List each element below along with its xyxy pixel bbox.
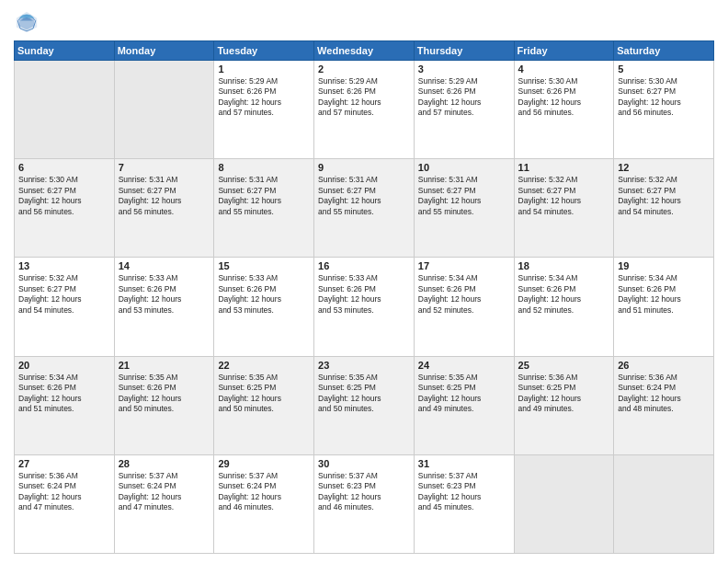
cell-info: Sunrise: 5:33 AM Sunset: 6:26 PM Dayligh…	[218, 273, 310, 316]
cell-info: Sunrise: 5:35 AM Sunset: 6:25 PM Dayligh…	[318, 373, 410, 415]
cell-info: Sunrise: 5:29 AM Sunset: 6:26 PM Dayligh…	[318, 76, 410, 119]
day-number: 6	[18, 162, 110, 173]
calendar-cell: 29Sunrise: 5:37 AM Sunset: 6:24 PM Dayli…	[214, 454, 314, 553]
day-number: 8	[218, 162, 310, 173]
calendar-cell: 30Sunrise: 5:37 AM Sunset: 6:23 PM Dayli…	[314, 454, 415, 553]
cell-info: Sunrise: 5:35 AM Sunset: 6:25 PM Dayligh…	[418, 373, 510, 415]
day-number: 28	[119, 458, 210, 469]
cell-info: Sunrise: 5:30 AM Sunset: 6:27 PM Dayligh…	[618, 76, 710, 119]
week-row-2: 6Sunrise: 5:30 AM Sunset: 6:27 PM Daylig…	[15, 159, 714, 258]
calendar-cell	[114, 61, 214, 159]
calendar-cell: 14Sunrise: 5:33 AM Sunset: 6:26 PM Dayli…	[114, 258, 214, 356]
cell-info: Sunrise: 5:36 AM Sunset: 6:24 PM Dayligh…	[618, 373, 710, 415]
page: SundayMondayTuesdayWednesdayThursdayFrid…	[0, 0, 728, 563]
week-row-4: 20Sunrise: 5:34 AM Sunset: 6:26 PM Dayli…	[15, 356, 714, 454]
day-number: 27	[18, 458, 110, 469]
day-number: 29	[218, 458, 310, 469]
day-number: 12	[618, 162, 710, 173]
week-row-5: 27Sunrise: 5:36 AM Sunset: 6:24 PM Dayli…	[15, 454, 714, 553]
weekday-header-row: SundayMondayTuesdayWednesdayThursdayFrid…	[15, 41, 714, 61]
calendar-cell: 7Sunrise: 5:31 AM Sunset: 6:27 PM Daylig…	[114, 159, 214, 258]
day-number: 30	[318, 458, 410, 469]
day-number: 5	[618, 63, 710, 75]
calendar-cell: 24Sunrise: 5:35 AM Sunset: 6:25 PM Dayli…	[414, 356, 514, 454]
calendar-cell: 28Sunrise: 5:37 AM Sunset: 6:24 PM Dayli…	[114, 454, 214, 553]
calendar-cell: 1Sunrise: 5:29 AM Sunset: 6:26 PM Daylig…	[214, 61, 314, 159]
logo-icon	[14, 9, 40, 35]
calendar-cell: 6Sunrise: 5:30 AM Sunset: 6:27 PM Daylig…	[15, 159, 115, 258]
weekday-header-tuesday: Tuesday	[214, 41, 314, 61]
weekday-header-sunday: Sunday	[15, 41, 115, 61]
weekday-header-monday: Monday	[114, 41, 214, 61]
day-number: 21	[119, 360, 210, 371]
calendar-cell: 21Sunrise: 5:35 AM Sunset: 6:26 PM Dayli…	[114, 356, 214, 454]
header	[14, 9, 714, 35]
cell-info: Sunrise: 5:37 AM Sunset: 6:24 PM Dayligh…	[119, 471, 210, 513]
cell-info: Sunrise: 5:35 AM Sunset: 6:26 PM Dayligh…	[119, 373, 210, 415]
calendar-cell: 11Sunrise: 5:32 AM Sunset: 6:27 PM Dayli…	[514, 159, 614, 258]
day-number: 11	[518, 162, 610, 173]
cell-info: Sunrise: 5:34 AM Sunset: 6:26 PM Dayligh…	[618, 273, 710, 316]
cell-info: Sunrise: 5:31 AM Sunset: 6:27 PM Dayligh…	[119, 175, 210, 217]
calendar-cell	[15, 61, 115, 159]
cell-info: Sunrise: 5:34 AM Sunset: 6:26 PM Dayligh…	[18, 373, 110, 415]
week-row-1: 1Sunrise: 5:29 AM Sunset: 6:26 PM Daylig…	[15, 61, 714, 159]
calendar-cell	[514, 454, 614, 553]
day-number: 26	[618, 360, 710, 371]
weekday-header-wednesday: Wednesday	[314, 41, 415, 61]
day-number: 3	[418, 63, 510, 75]
calendar-cell	[614, 454, 714, 553]
day-number: 9	[318, 162, 410, 173]
cell-info: Sunrise: 5:35 AM Sunset: 6:25 PM Dayligh…	[218, 373, 310, 415]
calendar-cell: 18Sunrise: 5:34 AM Sunset: 6:26 PM Dayli…	[514, 258, 614, 356]
day-number: 16	[318, 260, 410, 271]
day-number: 19	[618, 260, 710, 271]
day-number: 24	[418, 360, 510, 371]
calendar-cell: 12Sunrise: 5:32 AM Sunset: 6:27 PM Dayli…	[614, 159, 714, 258]
calendar-cell: 27Sunrise: 5:36 AM Sunset: 6:24 PM Dayli…	[15, 454, 115, 553]
logo	[14, 9, 43, 35]
calendar-cell: 4Sunrise: 5:30 AM Sunset: 6:26 PM Daylig…	[514, 61, 614, 159]
cell-info: Sunrise: 5:31 AM Sunset: 6:27 PM Dayligh…	[418, 175, 510, 217]
cell-info: Sunrise: 5:29 AM Sunset: 6:26 PM Dayligh…	[418, 76, 510, 119]
cell-info: Sunrise: 5:31 AM Sunset: 6:27 PM Dayligh…	[318, 175, 410, 217]
calendar-cell: 9Sunrise: 5:31 AM Sunset: 6:27 PM Daylig…	[314, 159, 415, 258]
calendar-cell: 26Sunrise: 5:36 AM Sunset: 6:24 PM Dayli…	[614, 356, 714, 454]
weekday-header-thursday: Thursday	[414, 41, 514, 61]
day-number: 7	[119, 162, 210, 173]
calendar-cell: 31Sunrise: 5:37 AM Sunset: 6:23 PM Dayli…	[414, 454, 514, 553]
weekday-header-saturday: Saturday	[614, 41, 714, 61]
cell-info: Sunrise: 5:30 AM Sunset: 6:27 PM Dayligh…	[18, 175, 110, 217]
day-number: 1	[218, 63, 310, 75]
calendar-cell: 16Sunrise: 5:33 AM Sunset: 6:26 PM Dayli…	[314, 258, 415, 356]
calendar-cell: 2Sunrise: 5:29 AM Sunset: 6:26 PM Daylig…	[314, 61, 415, 159]
calendar-cell: 20Sunrise: 5:34 AM Sunset: 6:26 PM Dayli…	[15, 356, 115, 454]
day-number: 31	[418, 458, 510, 469]
calendar-cell: 3Sunrise: 5:29 AM Sunset: 6:26 PM Daylig…	[414, 61, 514, 159]
calendar-cell: 22Sunrise: 5:35 AM Sunset: 6:25 PM Dayli…	[214, 356, 314, 454]
cell-info: Sunrise: 5:33 AM Sunset: 6:26 PM Dayligh…	[119, 273, 210, 316]
cell-info: Sunrise: 5:32 AM Sunset: 6:27 PM Dayligh…	[18, 273, 110, 316]
cell-info: Sunrise: 5:34 AM Sunset: 6:26 PM Dayligh…	[418, 273, 510, 316]
calendar-cell: 13Sunrise: 5:32 AM Sunset: 6:27 PM Dayli…	[15, 258, 115, 356]
calendar-cell: 8Sunrise: 5:31 AM Sunset: 6:27 PM Daylig…	[214, 159, 314, 258]
day-number: 10	[418, 162, 510, 173]
cell-info: Sunrise: 5:31 AM Sunset: 6:27 PM Dayligh…	[218, 175, 310, 217]
week-row-3: 13Sunrise: 5:32 AM Sunset: 6:27 PM Dayli…	[15, 258, 714, 356]
cell-info: Sunrise: 5:37 AM Sunset: 6:23 PM Dayligh…	[318, 471, 410, 513]
calendar-cell: 10Sunrise: 5:31 AM Sunset: 6:27 PM Dayli…	[414, 159, 514, 258]
day-number: 25	[518, 360, 610, 371]
day-number: 14	[119, 260, 210, 271]
day-number: 17	[418, 260, 510, 271]
day-number: 2	[318, 63, 410, 75]
calendar-cell: 23Sunrise: 5:35 AM Sunset: 6:25 PM Dayli…	[314, 356, 415, 454]
day-number: 22	[218, 360, 310, 371]
cell-info: Sunrise: 5:37 AM Sunset: 6:24 PM Dayligh…	[218, 471, 310, 513]
cell-info: Sunrise: 5:36 AM Sunset: 6:24 PM Dayligh…	[18, 471, 110, 513]
cell-info: Sunrise: 5:32 AM Sunset: 6:27 PM Dayligh…	[518, 175, 610, 217]
calendar-cell: 25Sunrise: 5:36 AM Sunset: 6:25 PM Dayli…	[514, 356, 614, 454]
calendar-cell: 17Sunrise: 5:34 AM Sunset: 6:26 PM Dayli…	[414, 258, 514, 356]
cell-info: Sunrise: 5:36 AM Sunset: 6:25 PM Dayligh…	[518, 373, 610, 415]
day-number: 18	[518, 260, 610, 271]
day-number: 20	[18, 360, 110, 371]
